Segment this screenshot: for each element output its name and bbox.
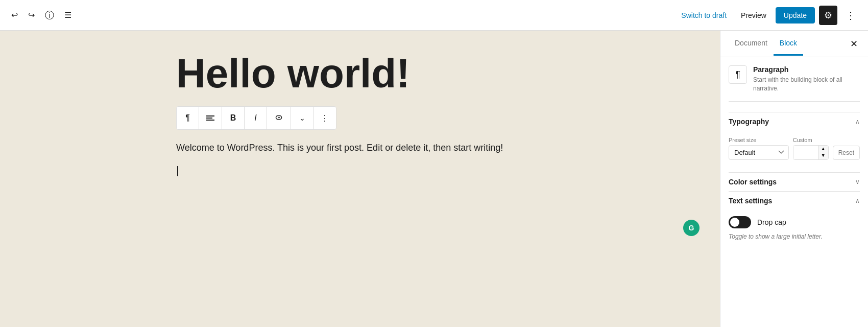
typography-controls: Preset size Default Small Medium Large E… (729, 131, 860, 172)
preset-label: Preset size (729, 137, 789, 143)
typography-chevron-up-icon: ∧ (855, 118, 860, 125)
typography-label: Typography (729, 118, 769, 126)
preset-custom-row: Preset size Default Small Medium Large E… (729, 137, 860, 160)
link-button[interactable] (267, 107, 291, 129)
more-options-icon: ⋮ (846, 10, 856, 21)
redo-icon: ↪ (28, 10, 35, 20)
more-rich-text-controls-button[interactable]: ⌄ (291, 107, 314, 129)
block-type-header: ¶ Paragraph Start with the building bloc… (729, 65, 860, 102)
top-bar-left: ↩ ↪ ⓘ ☰ (8, 6, 75, 25)
text-settings-section: Text settings ∧ Drop cap Toggle to show … (729, 191, 860, 247)
grammarly-icon: G (689, 224, 694, 232)
typography-section-header[interactable]: Typography ∧ (729, 112, 860, 131)
undo-icon: ↩ (11, 10, 18, 20)
typography-section: Typography ∧ Preset size Default Small M… (729, 112, 860, 172)
top-bar-right: Switch to draft Preview Update ⚙ ⋮ (676, 6, 860, 25)
italic-icon: I (254, 113, 256, 123)
text-settings-label: Text settings (729, 197, 772, 205)
editor-area: Hello world! ¶ B I (0, 31, 720, 327)
text-cursor (177, 166, 178, 176)
link-icon (274, 114, 283, 122)
block-type-info: Paragraph Start with the building block … (753, 65, 860, 93)
drop-cap-toggle[interactable] (729, 216, 751, 228)
main-area: Hello world! ¶ B I (0, 31, 868, 327)
custom-size-input[interactable] (793, 146, 818, 159)
drop-cap-label: Drop cap (757, 218, 786, 226)
list-view-icon: ☰ (64, 10, 71, 20)
preview-button[interactable]: Preview (736, 8, 771, 22)
text-settings-chevron-up-icon: ∧ (855, 197, 860, 204)
custom-label: Custom (793, 137, 829, 143)
more-options-button[interactable]: ⋮ (841, 6, 860, 25)
bold-icon: B (230, 113, 236, 123)
custom-group: Custom ▲ ▼ (793, 137, 829, 160)
align-left-button[interactable] (199, 107, 222, 129)
custom-input-wrapper: ▲ ▼ (793, 145, 829, 160)
close-sidebar-button[interactable]: ✕ (848, 36, 860, 52)
redo-button[interactable]: ↪ (25, 7, 38, 23)
stepper-down-button[interactable]: ▼ (818, 152, 828, 159)
paragraph-icon: ¶ (185, 113, 190, 123)
italic-button[interactable]: I (245, 107, 267, 129)
editor-content: Hello world! ¶ B I (176, 51, 544, 176)
drop-cap-hint: Toggle to show a large initial letter. (729, 232, 860, 241)
block-type-description: Start with the building block of all nar… (753, 76, 860, 93)
text-settings-header[interactable]: Text settings ∧ (729, 191, 860, 210)
tab-document[interactable]: Document (729, 32, 774, 56)
preset-size-select[interactable]: Default Small Medium Large Extra Large (729, 145, 789, 160)
stepper-up-button[interactable]: ▲ (818, 146, 828, 153)
list-view-button[interactable]: ☰ (61, 7, 75, 23)
color-settings-chevron-down-icon: ∨ (855, 178, 860, 185)
chevron-down-icon: ⌄ (299, 114, 305, 122)
top-bar: ↩ ↪ ⓘ ☰ Switch to draft Preview Update ⚙… (0, 0, 868, 31)
preset-group: Preset size Default Small Medium Large E… (729, 137, 789, 160)
settings-icon: ⚙ (824, 10, 832, 21)
text-settings-controls: Drop cap Toggle to show a large initial … (729, 210, 860, 247)
stepper-buttons: ▲ ▼ (818, 146, 828, 159)
info-button[interactable]: ⓘ (42, 6, 57, 25)
sidebar-header: Document Block ✕ (720, 31, 868, 57)
post-body[interactable]: Welcome to WordPress. This is your first… (176, 140, 523, 156)
color-settings-header[interactable]: Color settings ∨ (729, 172, 860, 191)
align-left-icon (206, 115, 214, 121)
block-type-icon: ¶ (729, 65, 747, 84)
bold-button[interactable]: B (222, 107, 245, 129)
options-button[interactable]: ⋮ (314, 107, 336, 129)
color-settings-section: Color settings ∨ (729, 172, 860, 191)
settings-button[interactable]: ⚙ (819, 6, 837, 25)
format-toolbar: ¶ B I (176, 106, 336, 130)
undo-button[interactable]: ↩ (8, 7, 21, 23)
update-button[interactable]: Update (776, 7, 815, 24)
drop-cap-row: Drop cap (729, 216, 860, 228)
switch-to-draft-button[interactable]: Switch to draft (676, 8, 732, 22)
tab-block[interactable]: Block (774, 32, 803, 56)
sidebar-tabs: Document Block (729, 32, 803, 56)
color-settings-label: Color settings (729, 178, 777, 186)
toggle-slider (729, 216, 751, 228)
grammarly-badge[interactable]: G (683, 220, 700, 236)
paragraph-format-button[interactable]: ¶ (177, 107, 199, 129)
cursor-area[interactable] (176, 166, 544, 176)
block-type-name: Paragraph (753, 65, 860, 74)
info-icon: ⓘ (45, 9, 54, 21)
reset-button[interactable]: Reset (833, 146, 860, 160)
post-title[interactable]: Hello world! (176, 51, 544, 96)
options-icon: ⋮ (321, 113, 329, 123)
sidebar-content: ¶ Paragraph Start with the building bloc… (720, 57, 868, 255)
close-icon: ✕ (850, 38, 858, 50)
sidebar: Document Block ✕ ¶ Paragraph Start with … (720, 31, 868, 327)
